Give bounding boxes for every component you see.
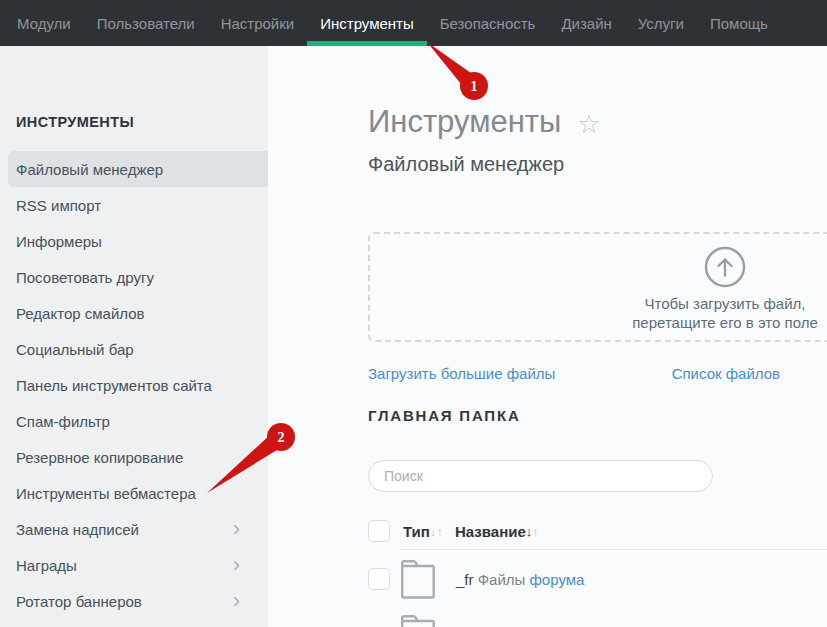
table-row-partial[interactable] <box>368 612 827 627</box>
sidebar-item-label: Спам-фильтр <box>16 413 110 430</box>
sidebar-item-text-replace[interactable]: Замена надписей › <box>0 511 268 547</box>
nav-tab-security[interactable]: Безопасность <box>427 0 549 46</box>
sidebar-item-label: Информеры <box>16 233 102 250</box>
sidebar-item-social-bar[interactable]: Социальный бар <box>0 331 268 367</box>
file-table-header: Тип↓↑ Название↓↑ <box>368 520 827 542</box>
sidebar-item-label: Посоветовать другу <box>16 269 154 286</box>
sidebar-item-label: Ротатор баннеров <box>16 593 142 610</box>
dropzone-hint: Чтобы загрузить файл, перетащите его в э… <box>631 245 819 332</box>
column-header-name[interactable]: Название↓↑ <box>455 523 539 540</box>
top-navigation-bar: Модули Пользователи Настройки Инструмент… <box>0 0 827 46</box>
file-list-link[interactable]: Список файлов <box>672 365 780 382</box>
folder-section-heading: ГЛАВНАЯ ПАПКА <box>368 407 827 424</box>
page-title: Инструменты <box>368 104 561 140</box>
sidebar-item-spam-filter[interactable]: Спам-фильтр <box>0 403 268 439</box>
upload-large-files-link[interactable]: Загрузить большие файлы <box>368 365 555 382</box>
file-dropzone[interactable]: Чтобы загрузить файл, перетащите его в э… <box>368 232 827 342</box>
table-row[interactable]: _fr Файлы форума <box>368 550 827 608</box>
sort-asc-icon[interactable]: ↑ <box>532 524 539 539</box>
sidebar-item-label: Замена надписей <box>16 521 139 538</box>
sidebar-item-file-manager[interactable]: Файловый менеджер <box>8 151 268 187</box>
chevron-right-icon: › <box>233 593 240 609</box>
select-all-checkbox[interactable] <box>368 520 390 542</box>
chevron-right-icon: › <box>233 521 240 537</box>
column-type-label: Тип <box>403 523 430 540</box>
sidebar-item-label: Редактор смайлов <box>16 305 145 322</box>
sidebar-item-informers[interactable]: Информеры <box>0 223 268 259</box>
nav-tab-help[interactable]: Помощь <box>697 0 781 46</box>
sort-asc-icon[interactable]: ↑ <box>436 524 443 539</box>
column-header-type[interactable]: Тип↓↑ <box>403 523 455 540</box>
dropzone-hint-line1: Чтобы загрузить файл, <box>631 294 819 313</box>
nav-tab-settings[interactable]: Настройки <box>208 0 308 46</box>
row-checkbox[interactable] <box>368 568 390 590</box>
file-name-link[interactable]: форума <box>530 571 585 588</box>
main-content: Инструменты ☆ Файловый менеджер Чтобы за… <box>268 46 827 627</box>
sidebar-item-rss-import[interactable]: RSS импорт <box>0 187 268 223</box>
sidebar-title: ИНСТРУМЕНТЫ <box>16 114 268 130</box>
search-input[interactable] <box>368 460 713 492</box>
nav-tab-modules[interactable]: Модули <box>4 0 84 46</box>
nav-tab-design[interactable]: Дизайн <box>548 0 624 46</box>
sidebar-item-label: Резервное копирование <box>16 449 183 466</box>
sidebar-item-banner-rotator[interactable]: Ротатор баннеров › <box>0 583 268 619</box>
sidebar-item-site-toolbar[interactable]: Панель инструментов сайта <box>0 367 268 403</box>
tools-sidebar: ИНСТРУМЕНТЫ Файловый менеджер RSS импорт… <box>0 46 268 627</box>
sidebar-item-backup[interactable]: Резервное копирование <box>0 439 268 475</box>
upload-icon <box>703 245 747 289</box>
section-subtitle: Файловый менеджер <box>368 153 827 176</box>
sidebar-list: Файловый менеджер RSS импорт Информеры П… <box>0 151 268 619</box>
folder-icon <box>400 612 436 627</box>
favorite-star-icon[interactable]: ☆ <box>577 109 600 140</box>
file-name-prefix: _fr <box>456 571 474 588</box>
file-name: _fr Файлы форума <box>456 571 584 588</box>
nav-tab-users[interactable]: Пользователи <box>84 0 208 46</box>
sidebar-item-label: Файловый менеджер <box>16 161 163 178</box>
chevron-right-icon: › <box>233 557 240 573</box>
sidebar-item-suggest-friend[interactable]: Посоветовать другу <box>0 259 268 295</box>
sidebar-item-smiley-editor[interactable]: Редактор смайлов <box>0 295 268 331</box>
sidebar-item-label: RSS импорт <box>16 197 101 214</box>
dropzone-hint-line2: перетащите его в это поле <box>631 313 819 332</box>
nav-tab-services[interactable]: Услуги <box>625 0 697 46</box>
sidebar-item-label: Панель инструментов сайта <box>16 377 212 394</box>
sidebar-item-label: Инструменты вебмастера <box>16 485 196 502</box>
sidebar-item-awards[interactable]: Награды › <box>0 547 268 583</box>
sidebar-item-label: Социальный бар <box>16 341 134 358</box>
sidebar-item-webmaster-tools[interactable]: Инструменты вебмастера <box>0 475 268 511</box>
file-name-middle: Файлы <box>478 571 526 588</box>
nav-tab-tools[interactable]: Инструменты <box>307 0 427 46</box>
folder-icon <box>400 557 436 601</box>
sidebar-item-label: Награды <box>16 557 77 574</box>
column-name-label: Название <box>455 523 526 540</box>
